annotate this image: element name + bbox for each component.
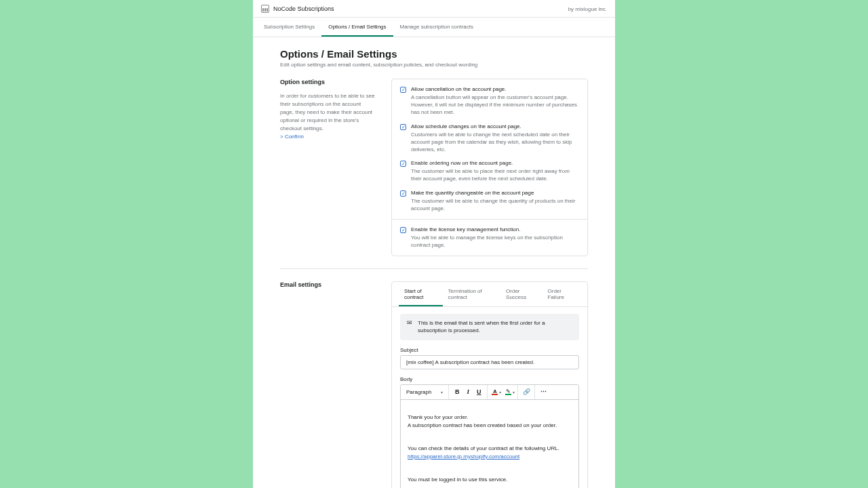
option-card: Allow cancellation on the account page. … bbox=[391, 79, 588, 256]
page-title: Options / Email Settings bbox=[280, 48, 588, 60]
checkbox-label: Make the quantity changeable on the acco… bbox=[411, 190, 579, 196]
checkbox-help: A cancellation button will appear on the… bbox=[411, 94, 579, 117]
checkbox-help: The customer will be able to change the … bbox=[411, 197, 579, 212]
editor-content[interactable]: Thank you for your order. A subscription… bbox=[401, 400, 578, 488]
checkbox-help: The customer will be able to place their… bbox=[411, 167, 579, 182]
highlight-button[interactable]: ✎ bbox=[504, 388, 513, 395]
email-card: Start of contract Termination of contrac… bbox=[391, 281, 588, 488]
info-text: This is the email that is sent when the … bbox=[418, 319, 572, 334]
section-title-options: Option settings bbox=[280, 79, 375, 85]
app-icon bbox=[261, 5, 269, 13]
subtab-start-contract[interactable]: Start of contract bbox=[399, 282, 443, 306]
bold-button[interactable]: B bbox=[452, 386, 462, 397]
body-editor: Paragraph ▾ B I U bbox=[400, 384, 579, 488]
subtab-order-success[interactable]: Order Success bbox=[500, 282, 542, 306]
checkbox-label: Enable ordering now on the account page. bbox=[411, 160, 579, 166]
option-settings-section: Option settings In order for customers t… bbox=[280, 79, 588, 269]
header: NoCode Subscriptions by mixlogue inc. bbox=[253, 0, 615, 18]
attribution: by mixlogue inc. bbox=[568, 6, 607, 12]
account-link[interactable]: https://apparel-store-jp.myshopify.com/a… bbox=[408, 453, 519, 460]
checkbox-quantity-change[interactable] bbox=[400, 190, 406, 197]
chevron-down-icon[interactable]: ▾ bbox=[513, 390, 515, 394]
subtab-termination[interactable]: Termination of contract bbox=[443, 282, 501, 306]
italic-button[interactable]: I bbox=[462, 386, 473, 397]
checkbox-help: You will be able to manage the license k… bbox=[411, 234, 579, 249]
email-icon: ✉ bbox=[407, 319, 412, 326]
confirm-link[interactable]: > Confirm bbox=[280, 134, 304, 140]
subtab-order-failure[interactable]: Order Failure bbox=[542, 282, 580, 306]
chevron-down-icon[interactable]: ▾ bbox=[499, 390, 501, 394]
paragraph-select[interactable]: Paragraph ▾ bbox=[401, 385, 449, 399]
section-title-email: Email settings bbox=[280, 281, 375, 288]
checkbox-allow-schedule[interactable] bbox=[400, 124, 406, 130]
checkbox-help: Customers will be able to change the nex… bbox=[411, 131, 579, 154]
checkbox-label: Allow schedule changes on the account pa… bbox=[411, 123, 579, 129]
subject-input[interactable] bbox=[400, 355, 579, 369]
body-label: Body bbox=[400, 376, 579, 382]
checkbox-enable-ordering[interactable] bbox=[400, 161, 406, 167]
tab-options-email[interactable]: Options / Email Settings bbox=[321, 18, 393, 37]
link-button[interactable]: 🔗 bbox=[521, 386, 532, 397]
checkbox-label: Enable the license key management functi… bbox=[411, 226, 579, 232]
more-button[interactable]: ⋯ bbox=[538, 386, 549, 397]
tab-subscription-settings[interactable]: Subscription Settings bbox=[257, 18, 321, 37]
app-title: NoCode Subscriptions bbox=[273, 5, 334, 12]
main-tabs: Subscription Settings Options / Email Se… bbox=[253, 18, 615, 37]
chevron-down-icon: ▾ bbox=[441, 390, 443, 394]
email-subtabs: Start of contract Termination of contrac… bbox=[392, 282, 587, 307]
page-subtitle: Edit option settings and email content, … bbox=[280, 62, 588, 68]
section-desc-options: In order for customers to be able to see… bbox=[280, 92, 375, 141]
tab-manage-contracts[interactable]: Manage subscription contracts bbox=[393, 18, 481, 37]
underline-button[interactable]: U bbox=[473, 386, 484, 397]
editor-toolbar: Paragraph ▾ B I U bbox=[401, 385, 578, 400]
email-settings-section: Email settings Start of contract Termina… bbox=[280, 281, 588, 488]
checkbox-label: Allow cancellation on the account page. bbox=[411, 86, 579, 92]
text-color-button[interactable]: A bbox=[490, 388, 499, 395]
checkbox-allow-cancellation[interactable] bbox=[400, 87, 406, 93]
info-banner: ✉ This is the email that is sent when th… bbox=[400, 314, 579, 340]
checkbox-license-key[interactable] bbox=[400, 227, 406, 233]
subject-label: Subject bbox=[400, 347, 579, 353]
